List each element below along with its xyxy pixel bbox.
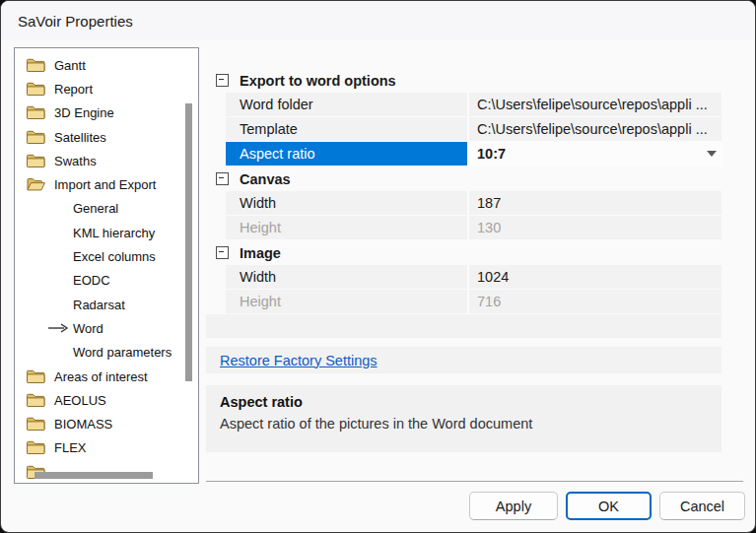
property-value[interactable]: 130 (467, 216, 722, 239)
spacer (206, 339, 722, 347)
property-row-aspect-ratio[interactable]: Aspect ratio10:7 (226, 142, 722, 167)
tree-item-label: KML hierarchy (73, 226, 155, 240)
description-text: Aspect ratio of the pictures in the Word… (220, 416, 708, 432)
section-header-export-to-word-options[interactable]: Export to word options (206, 68, 722, 93)
property-value-text: 187 (477, 195, 501, 211)
property-row-height[interactable]: Height716 (226, 290, 722, 314)
tree-item-label: Gantt (54, 58, 86, 73)
tree-item-label: EODC (73, 273, 110, 288)
apply-button[interactable]: Apply (469, 492, 558, 520)
collapse-icon[interactable] (216, 246, 229, 259)
tree-item-flex[interactable]: FLEX (15, 436, 198, 460)
open-folder-icon (26, 176, 46, 193)
tree-item-excel-columns[interactable]: Excel columns (15, 244, 198, 268)
folder-icon (26, 129, 46, 146)
folder-icon (26, 153, 46, 169)
property-value-text: 130 (477, 220, 501, 235)
footer-divider (206, 481, 743, 482)
empty-row (206, 314, 722, 339)
tree-item-label: Swaths (54, 154, 97, 168)
tree-item-label: General (73, 201, 118, 216)
property-value-text: 716 (477, 294, 501, 309)
section-title: Image (240, 245, 281, 261)
tree-item-label: Word parameters (73, 345, 172, 360)
property-label: Template (226, 117, 467, 141)
description-panel: Aspect ratioAspect ratio of the pictures… (206, 385, 722, 452)
properties-dialog: SaVoir Properties GanttReport3D EngineSa… (0, 0, 756, 533)
tree-item-areas-of-interest[interactable]: Areas of interest (15, 365, 198, 388)
tree-item-eodc[interactable]: EODC (15, 269, 198, 293)
tree-item-swaths[interactable]: Swaths (15, 149, 198, 172)
property-label: Word folder (226, 93, 467, 116)
tree-item-kml-hierarchy[interactable]: KML hierarchy (15, 221, 198, 244)
tree-item-gantt[interactable]: Gantt (15, 53, 198, 77)
current-page-arrow-icon (47, 323, 69, 333)
folder-icon (26, 439, 46, 456)
restore-row: Restore Factory Settings (206, 347, 722, 373)
folder-icon (26, 392, 46, 409)
property-value[interactable]: 1024 (467, 265, 722, 289)
tree-item-satellites[interactable]: Satellites (15, 125, 198, 149)
dialog-buttons: Apply OK Cancel (1, 492, 755, 520)
tree-item-label: Word (73, 321, 103, 336)
property-value-text: C:\Users\felipe\source\repos\appli ... (477, 121, 708, 137)
property-row-width[interactable]: Width1024 (226, 265, 722, 290)
tree-item-label: 3D Engine (54, 105, 114, 120)
section-title: Canvas (240, 171, 291, 187)
tree-item-label: Radarsat (73, 298, 125, 312)
tree-item-word[interactable]: Word (15, 316, 198, 340)
restore-factory-settings-link[interactable]: Restore Factory Settings (220, 353, 378, 368)
folder-icon (26, 416, 46, 433)
tree-item-3d-engine[interactable]: 3D Engine (15, 101, 198, 125)
title-bar[interactable]: SaVoir Properties (1, 1, 755, 40)
section-title: Export to word options (240, 73, 396, 89)
property-value-text: 10:7 (477, 146, 506, 162)
property-value[interactable]: 10:7 (467, 142, 722, 166)
tree-items: GanttReport3D EngineSatellitesSwathsImpo… (15, 53, 198, 484)
folder-icon (26, 104, 46, 121)
tree-item-import-and-export[interactable]: Import and Export (15, 172, 198, 196)
collapse-icon[interactable] (216, 74, 229, 87)
tree-item-biomass[interactable]: BIOMASS (15, 412, 198, 435)
tree-item-general[interactable]: General (15, 197, 198, 221)
folder-icon (26, 368, 46, 385)
property-row-height[interactable]: Height130 (226, 216, 722, 240)
category-tree: GanttReport3D EngineSatellitesSwathsImpo… (14, 47, 199, 484)
property-row-width[interactable]: Width187 (226, 191, 722, 216)
dropdown-arrow-icon[interactable] (702, 142, 722, 166)
tree-horizontal-scrollbar-thumb[interactable] (34, 472, 153, 479)
section-header-image[interactable]: Image (206, 240, 722, 265)
window-title: SaVoir Properties (18, 13, 133, 30)
tree-item-label: Report (54, 82, 93, 97)
collapse-icon[interactable] (216, 172, 229, 185)
property-row-template[interactable]: TemplateC:\Users\felipe\source\repos\app… (226, 117, 722, 142)
property-label: Width (226, 191, 467, 215)
property-label: Height (226, 216, 467, 239)
tree-item-label: FLEX (54, 440, 87, 455)
tree-item-label: BIOMASS (54, 417, 112, 432)
ok-button[interactable]: OK (566, 492, 652, 520)
property-value[interactable]: C:\Users\felipe\source\repos\appli ... (467, 93, 722, 116)
property-value[interactable]: 187 (467, 191, 722, 215)
folder-icon (26, 81, 46, 98)
tree-item-word-parameters[interactable]: Word parameters (15, 341, 198, 365)
tree-item-aeolus[interactable]: AEOLUS (15, 388, 198, 412)
folder-icon (26, 57, 46, 74)
property-row-word-folder[interactable]: Word folderC:\Users\felipe\source\repos\… (226, 93, 722, 117)
property-label: Height (226, 290, 467, 313)
property-value-text: 1024 (477, 269, 509, 285)
property-label: Aspect ratio (226, 142, 467, 166)
tree-item-label: Excel columns (73, 249, 156, 264)
tree-item-radarsat[interactable]: Radarsat (15, 293, 198, 316)
tree-item-label: Satellites (54, 130, 106, 145)
section-header-canvas[interactable]: Canvas (206, 167, 722, 191)
description-title: Aspect ratio (220, 394, 708, 410)
tree-item-label: Import and Export (54, 177, 156, 192)
property-grid: Export to word optionsWord folderC:\User… (206, 62, 722, 452)
property-value[interactable]: C:\Users\felipe\source\repos\appli ... (467, 117, 722, 141)
property-value[interactable]: 716 (467, 290, 722, 313)
cancel-button[interactable]: Cancel (659, 492, 745, 520)
tree-item-report[interactable]: Report (15, 77, 198, 100)
tree-item-label: Areas of interest (54, 369, 148, 384)
tree-vertical-scrollbar-thumb[interactable] (185, 103, 192, 381)
